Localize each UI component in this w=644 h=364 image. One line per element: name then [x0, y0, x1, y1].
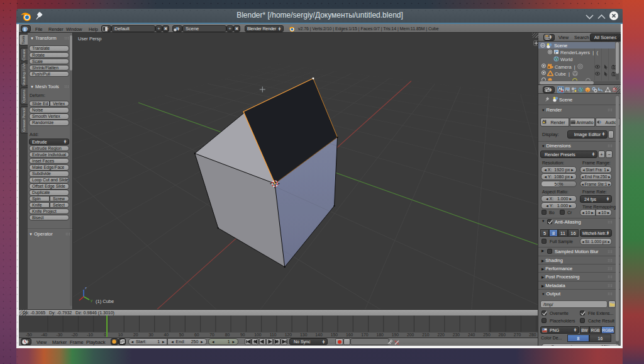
svg-text:z: z	[85, 286, 87, 290]
svg-text:y: y	[91, 299, 92, 302]
